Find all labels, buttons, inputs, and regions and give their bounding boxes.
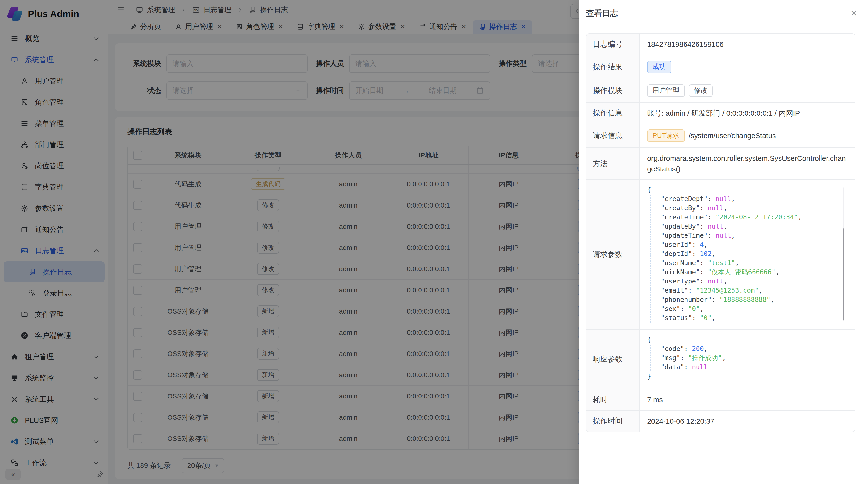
request-row: 请求信息 PUT请求 /system/user/changeStatus [586, 124, 855, 148]
json-line: "status": "0", [647, 313, 844, 323]
module-row: 操作模块 用户管理 修改 [586, 79, 855, 103]
json-line: "phonenumber": "18888888888", [647, 295, 844, 304]
request-params-json: {"createDept": null,"createBy": null,"cr… [647, 185, 844, 323]
json-line: "updateBy": null, [647, 222, 844, 231]
json-line: } [647, 372, 848, 381]
response-params-json: {"code": 200,"msg": "操作成功","data": null} [647, 335, 848, 381]
log-detail-drawer: 查看日志 ✕ 日志编号 1842781986426159106 操作结果 成功 … [579, 0, 868, 484]
json-line: { [647, 335, 848, 344]
info-row: 操作信息 账号: admin / 研发部门 / 0:0:0:0:0:0:0:1 … [586, 103, 855, 124]
method-row: 方法 org.dromara.system.controller.system.… [586, 148, 855, 180]
oper-time-value: 2024-10-06 12:20:37 [640, 411, 855, 432]
json-line: "sex": "0", [647, 304, 844, 313]
log-id-value: 1842781986426159106 [640, 34, 855, 55]
result-row: 操作结果 成功 [586, 56, 855, 79]
cost-value: 7 ms [640, 389, 855, 410]
scrollbar-track [843, 186, 844, 322]
log-detail-list: 日志编号 1842781986426159106 操作结果 成功 操作模块 用户… [586, 33, 856, 432]
json-line: "userName": "test1", [647, 258, 844, 267]
oper-time-row: 操作时间 2024-10-06 12:20:37 [586, 411, 855, 432]
request-url: /system/user/changeStatus [689, 130, 776, 141]
cost-row: 耗时 7 ms [586, 389, 855, 411]
status-badge: 成功 [647, 61, 671, 73]
oper-type-tag: 修改 [689, 84, 713, 97]
scrollbar-thumb[interactable] [843, 227, 844, 322]
json-line: "updateTime": null, [647, 231, 844, 240]
response-params-row: 响应参数 {"code": 200,"msg": "操作成功","data": … [586, 330, 855, 389]
oper-info-value: 账号: admin / 研发部门 / 0:0:0:0:0:0:0:1 / 内网I… [640, 103, 855, 124]
json-line: "data": null [647, 362, 848, 372]
json-line: "userType": null, [647, 277, 844, 286]
method-value: org.dromara.system.controller.system.Sys… [640, 148, 855, 179]
json-line: "createDept": null, [647, 194, 844, 203]
json-line: "code": 200, [647, 344, 848, 353]
request-params-row: 请求参数 {"createDept": null,"createBy": nul… [586, 180, 855, 330]
json-line: { [647, 185, 844, 194]
close-icon[interactable]: ✕ [850, 9, 858, 18]
json-line: "deptId": 102, [647, 249, 844, 258]
json-line: "nickName": "仅本人 密码666666", [647, 267, 844, 277]
json-line: "userId": 4, [647, 240, 844, 249]
json-line: "msg": "操作成功", [647, 353, 848, 362]
drawer-title: 查看日志 [586, 8, 618, 19]
json-line: "email": "12345@1253.com", [647, 286, 844, 295]
drawer-header: 查看日志 ✕ [579, 0, 868, 27]
module-tag: 用户管理 [647, 84, 685, 97]
json-line: "createBy": null, [647, 203, 844, 213]
log-id-row: 日志编号 1842781986426159106 [586, 34, 855, 56]
json-line: "createTime": "2024-08-12 17:20:34", [647, 213, 844, 222]
http-method-tag: PUT请求 [647, 129, 685, 142]
